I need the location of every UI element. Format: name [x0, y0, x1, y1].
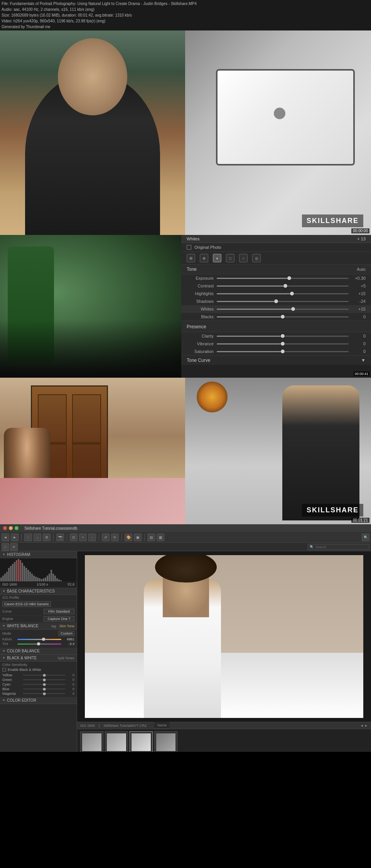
lr-thumb-contrast[interactable] — [283, 284, 287, 288]
lr-auto-button[interactable]: Auto — [357, 267, 366, 272]
co-tool-export[interactable]: ↓ — [34, 534, 41, 541]
co-kelvin-thumb[interactable] — [42, 638, 45, 641]
lr-thumb-blacks[interactable] — [281, 315, 285, 319]
co-tool-select[interactable]: ▣ — [134, 534, 142, 541]
lr-track-blacks[interactable] — [217, 316, 349, 317]
lr-track-whites[interactable] — [217, 309, 349, 310]
lr-slider-contrast[interactable]: Contrast +5 — [181, 282, 371, 290]
co-cyan-track[interactable] — [23, 684, 65, 685]
co-view-single[interactable]: □ — [2, 543, 9, 551]
lr-thumb-shadows[interactable] — [274, 299, 278, 303]
lr-tool-circle[interactable]: ○ — [239, 254, 248, 262]
co-tool-zoom-fit[interactable]: ⊡ — [70, 534, 78, 541]
co-base-char-header[interactable]: ▼ BASE CHARACTERISTICS — [0, 588, 77, 595]
co-green-track[interactable] — [23, 679, 65, 680]
co-bw-header[interactable]: ▼ BLACK & WHITE Split Tones — [0, 655, 77, 662]
co-engine-row[interactable]: Engine Capture One 7 — [0, 615, 77, 623]
co-cyan-row[interactable]: Cyan 0 — [2, 682, 74, 687]
lr-tone-curve-row[interactable]: Tone Curve ▼ — [181, 355, 371, 365]
co-histogram-header[interactable]: ▼ HISTOGRAM — [0, 551, 77, 558]
co-kelvin-track[interactable] — [17, 639, 61, 640]
co-tool-process[interactable]: ⚙ — [43, 534, 51, 541]
co-tool-import[interactable]: ↑ — [24, 534, 32, 541]
lr-track-contrast[interactable] — [217, 285, 349, 287]
lr-tool-adjust[interactable]: ● — [213, 254, 221, 262]
lr-track-shadows[interactable] — [217, 301, 349, 302]
co-maximize-dot[interactable] — [15, 526, 19, 530]
co-magenta-track[interactable] — [23, 693, 65, 694]
co-cyan-thumb[interactable] — [43, 683, 46, 686]
co-tool-back[interactable]: ◄ — [2, 534, 9, 541]
co-yellow-row[interactable]: Yellow 0 — [2, 673, 74, 677]
co-status-nav[interactable]: ◄ ► — [360, 724, 368, 728]
lr-thumb-saturation[interactable] — [281, 350, 285, 353]
co-icc-row[interactable]: ICC Profile — [0, 595, 77, 601]
co-green-thumb[interactable] — [43, 679, 46, 681]
co-curve-row[interactable]: Curve Film Standard — [0, 608, 77, 615]
lr-track-saturation[interactable] — [217, 351, 349, 352]
lr-original-row[interactable]: Original Photo — [181, 243, 371, 252]
co-view-dual[interactable]: ⧈ — [10, 543, 18, 551]
co-yellow-track[interactable] — [23, 675, 65, 675]
lr-slider-vibrance[interactable]: Vibrance 0 — [181, 340, 371, 348]
lr-slider-saturation[interactable]: Saturation 0 — [181, 348, 371, 355]
lr-tool-crop[interactable]: ⊕ — [200, 254, 208, 262]
co-thumb-2[interactable]: 4476 — [105, 731, 128, 752]
co-tool-zoom-in[interactable]: + — [79, 534, 87, 541]
co-blue-track[interactable] — [23, 689, 65, 689]
co-green-row[interactable]: Green 0 — [2, 677, 74, 682]
co-magenta-row[interactable]: Magenta 0 — [2, 691, 74, 696]
co-tool-capture[interactable]: 📷 — [56, 534, 64, 541]
lr-tool-radial[interactable]: ◎ — [252, 254, 261, 262]
co-engine-value[interactable]: Capture One 7 — [44, 616, 74, 621]
co-yellow-thumb[interactable] — [43, 674, 46, 677]
co-tool-forward[interactable]: ► — [11, 534, 19, 541]
lr-slider-blacks[interactable]: Blacks 0 — [181, 313, 371, 321]
co-wb-mode-value[interactable]: Custom — [59, 631, 74, 636]
lr-slider-whites[interactable]: Whites +15 — [181, 305, 371, 313]
lr-track-exposure[interactable] — [217, 278, 349, 279]
co-tool-search[interactable]: 🔍 — [362, 534, 369, 541]
lr-thumb-highlights[interactable] — [290, 292, 294, 296]
co-tool-rotate-r[interactable]: ↻ — [111, 534, 119, 541]
co-thumb-3[interactable]: 4477 — [130, 731, 153, 752]
co-minimize-dot[interactable] — [9, 526, 13, 530]
co-tint-thumb[interactable] — [37, 642, 40, 645]
lr-thumb-clarity[interactable] — [281, 334, 285, 338]
co-curve-value[interactable]: Film Standard — [44, 609, 74, 614]
co-tool-view2[interactable]: ▦ — [157, 534, 164, 541]
co-enable-bw-checkbox[interactable] — [2, 668, 6, 672]
lr-thumb-exposure[interactable] — [287, 276, 291, 280]
lr-track-clarity[interactable] — [217, 336, 349, 337]
co-color-balance-header[interactable]: ▼ COLOR BALANCE — [0, 648, 77, 655]
lr-thumb-whites[interactable] — [291, 307, 295, 311]
co-thumb-4[interactable]: 4478 — [154, 731, 177, 752]
co-icc-value[interactable]: Canon EOS-1D MkII Generic — [2, 601, 51, 607]
co-tool-rotate-l[interactable]: ↺ — [102, 534, 110, 541]
co-blue-thumb[interactable] — [43, 688, 46, 691]
lr-track-highlights[interactable] — [217, 293, 349, 294]
co-wb-header[interactable]: ▼ WHITE BALANCE tag Skin Tone — [0, 623, 77, 630]
lr-slider-shadows[interactable]: Shadows -24 — [181, 297, 371, 305]
co-tool-zoom-out[interactable]: - — [88, 534, 96, 541]
co-wb-mode-row[interactable]: Mode Custom — [2, 631, 74, 636]
lr-slider-exposure[interactable]: Exposure +0.30 — [181, 274, 371, 282]
lr-tool-grid[interactable]: ⊞ — [187, 254, 195, 262]
lr-slider-highlights[interactable]: Highlights +15 — [181, 290, 371, 297]
co-magenta-thumb[interactable] — [43, 692, 46, 695]
co-blue-row[interactable]: Blue 0 — [2, 687, 74, 691]
co-tint-track[interactable] — [17, 643, 61, 645]
lr-thumb-vibrance[interactable] — [281, 342, 285, 346]
lr-tool-rect[interactable]: □ — [226, 254, 234, 262]
lr-slider-clarity[interactable]: Clarity 0 — [181, 332, 371, 340]
co-tool-color[interactable]: 🎨 — [125, 534, 132, 541]
co-search-bar[interactable]: 🔍 Search — [308, 544, 369, 550]
co-tint-slider[interactable]: Tint -3.3 — [2, 642, 74, 646]
co-close-dot[interactable] — [3, 526, 7, 530]
co-icc-value-row[interactable]: Canon EOS-1D MkII Generic — [0, 601, 77, 608]
co-tool-view1[interactable]: ▤ — [147, 534, 155, 541]
co-kelvin-slider[interactable]: Kelvin 4961 — [2, 637, 74, 641]
co-color-editor-header[interactable]: ▼ COLOR EDITOR — [0, 697, 77, 704]
lr-original-checkbox[interactable] — [187, 245, 191, 250]
co-enable-bw-row[interactable]: Enable Black & White — [2, 668, 74, 672]
